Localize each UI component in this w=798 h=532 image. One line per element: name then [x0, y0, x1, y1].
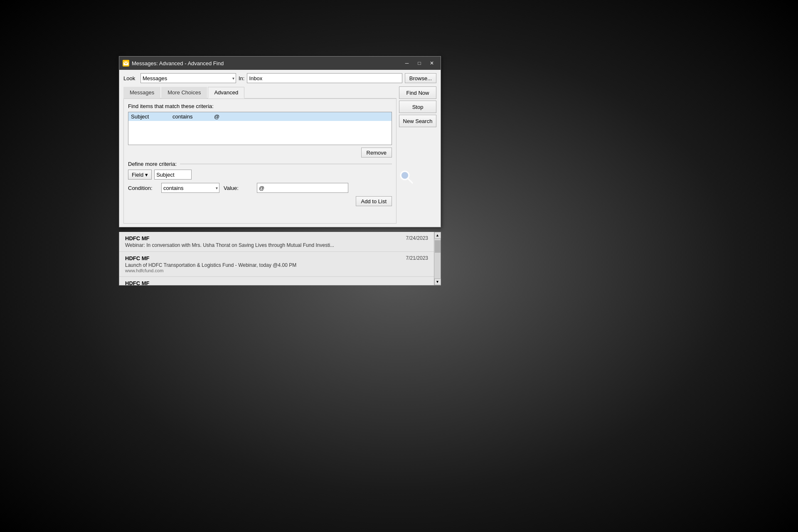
field-text[interactable]	[154, 170, 192, 180]
tab-strip: Messages More Choices Advanced	[123, 86, 397, 99]
criteria-label: Find items that match these criteria:	[128, 103, 392, 109]
results-panel: HDFC MF 7/24/2023 Webinar: In conversati…	[119, 232, 441, 286]
right-buttons: Find Now Stop New Search	[399, 86, 436, 224]
result-subject-2: Launch of HDFC Transportation & Logistic…	[125, 262, 428, 268]
remove-button[interactable]: Remove	[361, 148, 392, 158]
look-select-wrap: Messages	[140, 73, 236, 83]
result-sender-1: HDFC MF	[125, 235, 150, 241]
result-link-2: www.hdfcfund.com	[125, 268, 428, 273]
scroll-up-arrow[interactable]: ▲	[434, 232, 441, 239]
define-label: Define more criteria:	[128, 161, 392, 167]
result-date-2: 7/21/2023	[406, 255, 428, 261]
result-sender-2: HDFC MF	[125, 255, 150, 261]
criteria-value: @	[214, 113, 247, 120]
minimize-button[interactable]: ─	[401, 59, 412, 67]
browse-button[interactable]: Browse...	[405, 73, 436, 83]
window-controls: ─ □ ✕	[401, 59, 437, 67]
criteria-row[interactable]: Subject contains @	[128, 112, 392, 121]
field-button[interactable]: Field ▾	[128, 170, 152, 180]
main-area: Messages More Choices Advanced Find item…	[123, 86, 436, 224]
result-date-1: 7/24/2023	[406, 235, 428, 241]
find-now-button[interactable]: Find Now	[399, 86, 436, 99]
field-dropdown-icon: ▾	[145, 172, 148, 178]
results-scrollbar: ▲ ▼	[434, 232, 441, 285]
scroll-down-arrow[interactable]: ▼	[434, 278, 441, 285]
window-content: Look Messages In: Browse... Messages Mor…	[119, 70, 441, 227]
result-item-partial[interactable]: HDFC MF	[119, 277, 441, 285]
close-button[interactable]: ✕	[426, 59, 437, 67]
in-label: In:	[239, 75, 244, 81]
result-sender-3: HDFC MF	[125, 280, 150, 285]
svg-line-4	[408, 178, 412, 183]
window-icon	[123, 60, 129, 66]
criteria-list: Subject contains @	[128, 112, 392, 145]
tabs-panel: Messages More Choices Advanced Find item…	[123, 86, 397, 224]
advanced-tab-content: Find items that match these criteria: Su…	[123, 99, 397, 224]
remove-btn-row: Remove	[128, 148, 392, 158]
new-search-button[interactable]: New Search	[399, 115, 436, 127]
svg-point-3	[401, 172, 408, 179]
condition-row: Condition: contains Value:	[128, 183, 392, 193]
in-field[interactable]	[247, 73, 402, 83]
look-label: Look	[123, 75, 138, 81]
result-header-1: HDFC MF 7/24/2023	[125, 235, 428, 242]
add-to-list-row: Add to List	[128, 196, 392, 206]
value-input[interactable]	[257, 183, 348, 193]
maximize-button[interactable]: □	[414, 59, 425, 67]
window-title: Messages: Advanced - Advanced Find	[132, 60, 401, 66]
condition-select[interactable]: contains	[161, 183, 219, 193]
result-header-2: HDFC MF 7/21/2023	[125, 255, 428, 262]
look-select[interactable]: Messages	[140, 73, 236, 83]
condition-label: Condition:	[128, 185, 157, 191]
tab-messages[interactable]: Messages	[123, 87, 160, 99]
look-row: Look Messages In: Browse...	[123, 73, 436, 83]
result-subject-1: Webinar: In conversation with Mrs. Usha …	[125, 242, 428, 248]
value-label: Value:	[224, 185, 253, 191]
result-item[interactable]: HDFC MF 7/24/2023 Webinar: In conversati…	[119, 232, 441, 252]
add-to-list-button[interactable]: Add to List	[356, 196, 392, 206]
tab-more-choices[interactable]: More Choices	[161, 87, 207, 99]
title-bar: Messages: Advanced - Advanced Find ─ □ ✕	[119, 57, 441, 70]
result-item[interactable]: HDFC MF 7/21/2023 Launch of HDFC Transpo…	[119, 252, 441, 277]
field-button-label: Field	[132, 172, 143, 178]
field-row: Field ▾	[128, 170, 392, 180]
scroll-thumb[interactable]	[435, 240, 441, 253]
stop-button[interactable]: Stop	[399, 101, 436, 113]
condition-select-wrap: contains	[161, 183, 219, 193]
criteria-field: Subject	[131, 113, 164, 120]
results-wrapper: HDFC MF 7/24/2023 Webinar: In conversati…	[119, 232, 441, 285]
criteria-condition: contains	[172, 113, 206, 120]
magnifier-icon	[399, 170, 414, 186]
tab-advanced[interactable]: Advanced	[208, 87, 244, 99]
